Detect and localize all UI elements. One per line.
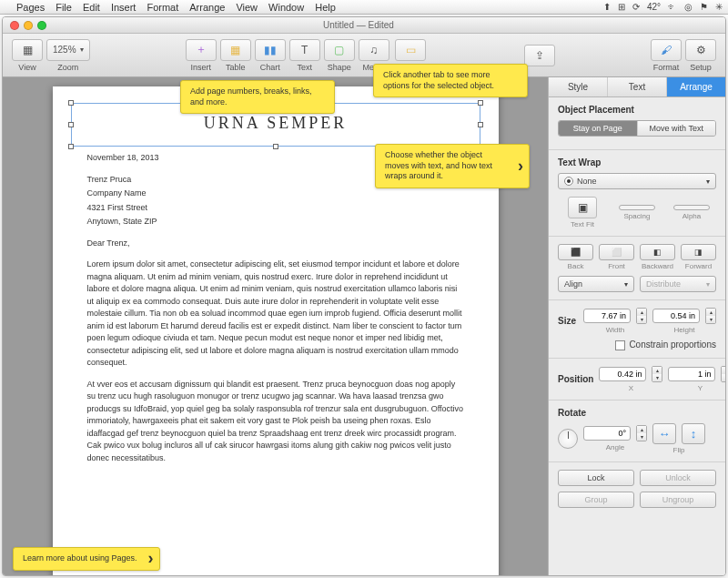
comment-icon: ▭	[401, 42, 420, 58]
view-button[interactable]: ▦	[12, 39, 43, 61]
share-button[interactable]: ⇪	[524, 45, 555, 66]
y-stepper[interactable]: ▴▾	[721, 366, 725, 382]
wifi-icon[interactable]: ᯤ	[668, 2, 677, 12]
menu-help[interactable]: Help	[315, 2, 336, 13]
comment-button[interactable]: ▭	[395, 39, 426, 61]
weather-status[interactable]: 42°	[647, 2, 661, 12]
backward-label: Backward	[640, 262, 675, 270]
rotate-title: Rotate	[558, 408, 716, 418]
constrain-checkbox[interactable]	[615, 340, 625, 350]
tab-style[interactable]: Style	[549, 77, 608, 96]
format-button[interactable]: 🖌	[651, 39, 682, 61]
height-stepper[interactable]: ▴▾	[705, 308, 716, 324]
forward-button[interactable]: ◨	[681, 244, 716, 260]
height-field[interactable]	[652, 309, 700, 323]
menu-arrange[interactable]: Arrange	[189, 2, 225, 13]
letter-body[interactable]: November 18, 2013 Trenz Pruca Company Na…	[87, 152, 464, 464]
menu-view[interactable]: View	[236, 2, 258, 13]
alpha-field[interactable]	[673, 205, 710, 210]
zoom-select[interactable]: 125%	[46, 39, 90, 61]
resize-handle[interactable]	[68, 100, 74, 106]
shape-label: Shape	[328, 63, 351, 72]
front-label: Front	[599, 262, 634, 270]
flip-v-button[interactable]: ↕	[682, 423, 705, 444]
size-title: Size	[558, 316, 578, 326]
callout-learn[interactable]: Learn more about using Pages.	[13, 547, 160, 571]
text-label: Text	[297, 63, 312, 72]
rotate-dial[interactable]	[558, 429, 578, 449]
menu-edit[interactable]: Edit	[83, 2, 100, 13]
back-button[interactable]: ⬛	[558, 244, 593, 260]
constrain-label: Constrain proportions	[629, 340, 716, 350]
group-button[interactable]: Group	[558, 492, 634, 508]
close-window-button[interactable]	[10, 21, 19, 30]
view-label: View	[18, 63, 35, 72]
menu-insert[interactable]: Insert	[111, 2, 136, 13]
x-stepper[interactable]: ▴▾	[652, 366, 662, 382]
salutation: Dear Trenz,	[87, 238, 464, 250]
flip-label: Flip	[652, 446, 705, 454]
distribute-dropdown[interactable]: Distribute	[640, 276, 716, 292]
resize-handle[interactable]	[68, 122, 74, 127]
addr-line: 4321 First Street	[87, 202, 464, 215]
sync-icon[interactable]: ⟳	[632, 2, 640, 12]
align-dropdown[interactable]: Align	[558, 276, 634, 292]
status-icon-3[interactable]: ⚑	[700, 2, 708, 12]
angle-field[interactable]	[583, 426, 631, 441]
inspector-panel: Style Text Arrange Object Placement Stay…	[548, 77, 725, 575]
stay-on-page-button[interactable]: Stay on Page	[559, 121, 638, 136]
chart-button[interactable]: ▮▮	[255, 39, 286, 61]
tab-text[interactable]: Text	[608, 77, 667, 96]
width-label: Width	[583, 326, 647, 334]
menu-format[interactable]: Format	[147, 2, 178, 13]
y-field[interactable]	[668, 367, 715, 381]
status-icon[interactable]: ⬆	[603, 2, 611, 12]
titlebar: Untitled — Edited	[3, 17, 725, 34]
backward-button[interactable]: ◧	[640, 244, 675, 260]
text-button[interactable]: T	[289, 39, 320, 61]
angle-stepper[interactable]: ▴▾	[636, 425, 647, 441]
shape-icon: ▢	[330, 42, 349, 58]
width-stepper[interactable]: ▴▾	[636, 308, 647, 324]
x-field[interactable]	[599, 367, 646, 381]
tab-arrange[interactable]: Arrange	[667, 77, 725, 96]
insert-button[interactable]: ＋	[186, 39, 217, 61]
resize-handle[interactable]	[273, 144, 278, 149]
menu-window[interactable]: Window	[268, 2, 304, 13]
x-label: X	[599, 384, 662, 392]
table-label: Table	[226, 63, 246, 72]
shape-button[interactable]: ▢	[324, 39, 355, 61]
wrap-title: Text Wrap	[558, 157, 716, 167]
callout-wrap: Choose whether the object moves with tex…	[375, 144, 530, 188]
move-with-text-button[interactable]: Move with Text	[638, 121, 716, 136]
minimize-window-button[interactable]	[24, 21, 33, 30]
position-title: Position	[558, 374, 593, 384]
status-icon-2[interactable]: ◎	[684, 2, 693, 12]
wrap-dropdown[interactable]: None	[558, 173, 716, 189]
unlock-button[interactable]: Unlock	[640, 470, 716, 486]
menu-file[interactable]: File	[56, 2, 72, 13]
text-fit-button[interactable]: ▣	[568, 197, 597, 218]
setup-button[interactable]: ⚙	[685, 39, 716, 61]
zoom-window-button[interactable]	[37, 21, 46, 30]
table-button[interactable]: ▦	[220, 39, 251, 61]
front-button[interactable]: ⬜	[599, 244, 634, 260]
media-button[interactable]: ♫	[359, 39, 389, 61]
addr-line: Company Name	[87, 188, 464, 200]
resize-handle[interactable]	[478, 100, 483, 106]
share-icon: ⇪	[531, 47, 549, 64]
table-icon: ▦	[227, 42, 245, 58]
resize-handle[interactable]	[68, 144, 74, 149]
spotlight-icon[interactable]: ✳	[715, 2, 723, 12]
resize-handle[interactable]	[478, 122, 483, 127]
view-icon: ▦	[18, 42, 36, 58]
flip-h-button[interactable]: ↔	[652, 423, 676, 444]
height-label: Height	[652, 326, 716, 334]
spacing-field[interactable]	[619, 205, 655, 210]
width-field[interactable]	[583, 309, 631, 323]
dropbox-icon[interactable]: ⊞	[618, 2, 625, 12]
menu-pages[interactable]: Pages	[16, 2, 45, 13]
lock-button[interactable]: Lock	[558, 470, 634, 486]
ungroup-button[interactable]: Ungroup	[640, 492, 716, 508]
forward-label: Forward	[681, 262, 716, 270]
